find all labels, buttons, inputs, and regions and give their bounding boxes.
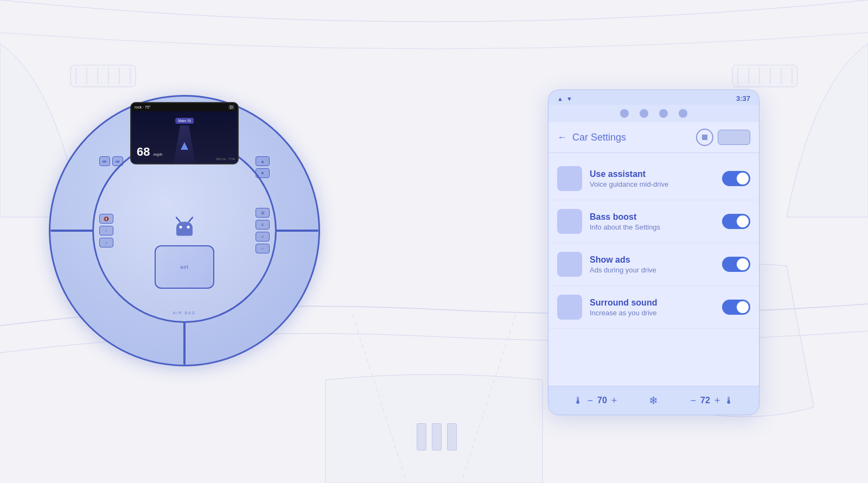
bass-boost-toggle-knob [737,215,749,227]
skip-fwd-btn[interactable]: ⏭ [99,156,110,166]
svg-rect-0 [732,65,797,87]
status-left: ▲ ▼ [557,96,572,102]
right-controls: ⊞ ≡ ✓ ← [256,208,270,253]
settings-list: Use assistant Voice guidance mid-drive B… [548,153,759,386]
android-logo [171,217,198,240]
spoke-right [275,230,318,232]
use-assistant-name: Use assistant [590,169,714,179]
status-time: 3:37 [736,94,750,103]
brand-label: aot [180,264,189,270]
spoke-bottom [183,321,186,365]
use-assistant-text: Use assistant Voice guidance mid-drive [590,169,714,188]
right-plus[interactable]: + [714,395,720,406]
left-temp: 70 [597,396,607,405]
wifi-icon: ▼ [566,96,572,102]
sound-btn[interactable]: ♪ [99,238,113,247]
surround-sound-toggle[interactable] [722,300,750,315]
setting-show-ads: Show ads Ads during your drive [548,243,759,286]
pedal-2 [432,423,442,450]
svg-point-16 [180,226,182,228]
spoke-left [50,230,94,232]
header-right [696,129,750,146]
nav-up-btn[interactable]: ▲ [256,156,270,166]
app-btn[interactable]: ⊞ [256,208,270,218]
dots-row [548,105,759,122]
phone-top-bar: rock · 75° D [131,103,238,111]
steering-wheel-inner: 🔇 − ♪ ⊞ ≡ ✓ ← ▲ ▼ ⏭ ⏮ [92,138,277,323]
back-btn[interactable]: ← [256,244,270,253]
steering-wheel-section: rock · 75° D Main St 68 mph 3 [33,54,336,407]
skip-back-btn[interactable]: ⏮ [112,156,123,166]
status-bar: ▲ ▼ 3:37 [548,90,759,105]
nav-down-btn[interactable]: ▼ [256,168,270,178]
header-left: ← Car Settings [557,132,626,143]
mounted-phone: rock · 75° D Main St 68 mph 3 [130,102,239,164]
stop-icon [702,135,707,140]
setting-surround-sound: Surround sound Increase as you drive [548,286,759,329]
phone-gear: D [228,105,234,110]
steering-wheel-outer: rock · 75° D Main St 68 mph 3 [49,95,320,366]
bass-boost-icon [557,209,582,234]
stop-button[interactable] [696,129,713,146]
right-heat-icon: 🌡 [724,395,734,406]
left-climate-control: 🌡 − 70 + [573,395,617,406]
dot-2 [640,109,648,118]
right-temp: 72 [700,396,710,405]
rect-button[interactable] [718,130,750,145]
left-plus[interactable]: + [611,395,617,406]
phone-screen: rock · 75° D Main St 68 mph 3 [131,103,238,163]
speed-display: 68 mph [137,145,163,159]
use-assistant-desc: Voice guidance mid-drive [590,180,714,188]
dot-3 [659,109,668,118]
bass-boost-name: Bass boost [590,212,714,222]
pedal-3 [447,423,457,450]
skip-controls: ⏭ ⏮ [99,156,123,166]
left-controls: 🔇 − ♪ [99,214,113,247]
surround-sound-desc: Increase as you drive [590,309,714,317]
show-ads-text: Show ads Ads during your drive [590,255,714,274]
vol-down-btn[interactable]: − [99,226,113,236]
surround-sound-toggle-knob [737,301,749,313]
panel-header: ← Car Settings [548,122,759,153]
back-button[interactable]: ← [557,132,567,143]
top-right-controls: ▲ ▼ [256,156,270,178]
fan-icon: ❄ [649,394,658,407]
left-heat-icon: 🌡 [573,395,583,406]
right-minus[interactable]: − [691,395,697,406]
pedal-area [417,423,457,450]
left-minus[interactable]: − [588,395,593,406]
street-label: Main St [175,118,194,124]
center-climate-control: ❄ [649,394,658,407]
phone-info: rock · 75° [135,105,151,109]
show-ads-icon [557,252,582,277]
check-btn[interactable]: ✓ [256,232,270,242]
phone-map-area: Main St 68 mph 342 mi · 77% [131,111,238,163]
show-ads-desc: Ads during your drive [590,266,714,274]
bass-boost-text: Bass boost Info about the Settings [590,212,714,231]
airbag-label: AIR BAG [173,311,196,315]
surround-sound-icon [557,295,582,320]
svg-point-17 [187,226,190,228]
right-climate-control: − 72 + 🌡 [691,395,735,406]
bass-boost-desc: Info about the Settings [590,223,714,231]
surround-sound-text: Surround sound Increase as you drive [590,298,714,317]
climate-bar: 🌡 − 70 + ❄ − 72 + 🌡 [548,386,759,415]
use-assistant-toggle-knob [737,173,749,185]
panel-title: Car Settings [572,132,626,143]
signal-icon: ▲ [557,96,563,102]
use-assistant-toggle[interactable] [722,171,750,186]
use-assistant-icon [557,166,582,191]
list-btn[interactable]: ≡ [256,220,270,230]
setting-use-assistant: Use assistant Voice guidance mid-drive [548,157,759,200]
wheel-center: aot [155,245,214,289]
mute-btn[interactable]: 🔇 [99,214,113,224]
svg-line-15 [189,218,193,222]
surround-sound-name: Surround sound [590,298,714,308]
bass-boost-toggle[interactable] [722,214,750,229]
svg-line-14 [176,218,180,222]
show-ads-toggle[interactable] [722,257,750,272]
pedal-1 [417,423,426,450]
dot-1 [620,109,629,118]
setting-bass-boost: Bass boost Info about the Settings [548,200,759,243]
show-ads-toggle-knob [737,258,749,270]
